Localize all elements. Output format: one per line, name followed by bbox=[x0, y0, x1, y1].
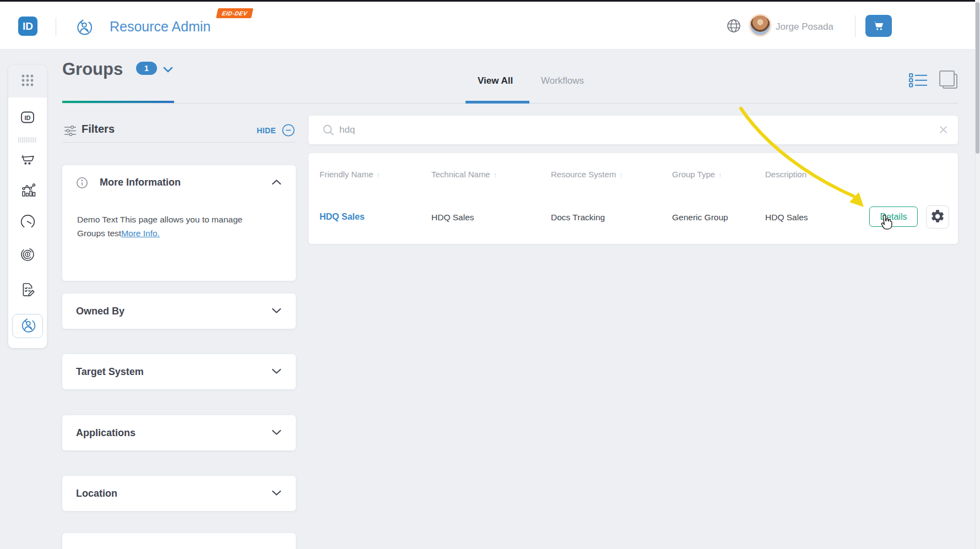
more-information-title: More Information bbox=[100, 177, 181, 188]
app-launcher-button[interactable] bbox=[8, 65, 47, 97]
column-header-technical-name[interactable]: Technical Name↑ bbox=[431, 170, 497, 179]
sidebar-item-requests[interactable] bbox=[8, 281, 47, 301]
sort-arrow-icon: ↑ bbox=[718, 171, 722, 179]
chevron-up-icon bbox=[270, 177, 283, 189]
header-divider bbox=[855, 15, 856, 37]
filter-card-owned-by: Owned By bbox=[62, 293, 296, 329]
id-badge-icon: ID bbox=[19, 108, 36, 128]
sidebar-item-analytics[interactable] bbox=[8, 181, 47, 201]
tab-workflows[interactable]: Workflows bbox=[541, 75, 584, 86]
app-logo-text: ID bbox=[23, 20, 33, 32]
column-header-resource-system[interactable]: Resource System↑ bbox=[551, 170, 623, 179]
chevron-down-icon bbox=[270, 488, 283, 500]
search-input[interactable] bbox=[339, 121, 923, 139]
sort-arrow-icon: ↑ bbox=[494, 171, 497, 179]
filter-card-header[interactable]: Applications bbox=[62, 415, 296, 450]
column-label: Resource System bbox=[551, 170, 616, 179]
id-icon-text: ID bbox=[25, 115, 31, 121]
more-information-card: More Information Demo Text This page all… bbox=[62, 165, 296, 281]
column-label: Description bbox=[765, 170, 806, 179]
list-view-icon bbox=[908, 81, 928, 91]
environment-badge: EID-DEV bbox=[216, 8, 253, 18]
list-view-toggle[interactable] bbox=[908, 72, 928, 91]
sidebar-section-divider bbox=[8, 135, 47, 145]
more-information-text: Demo Text This page allows you to manage… bbox=[77, 213, 262, 240]
page-title: Groups bbox=[62, 59, 123, 79]
count-badge: 1 bbox=[136, 62, 157, 75]
cell-description: HDQ Sales bbox=[765, 213, 808, 222]
grid-icon bbox=[20, 73, 35, 90]
demo-text: Demo Text This page allows you to manage… bbox=[77, 215, 242, 238]
barcode-divider-icon bbox=[18, 135, 37, 145]
filter-card-target-system: Target System bbox=[62, 354, 296, 389]
filter-card-header[interactable]: Target System bbox=[62, 354, 296, 389]
filter-card-title: Owned By bbox=[76, 306, 124, 317]
gauge-icon bbox=[19, 213, 37, 233]
filters-heading: Filters bbox=[82, 123, 115, 135]
group-name-link[interactable]: HDQ Sales bbox=[320, 212, 365, 222]
chevron-down-icon bbox=[270, 306, 283, 318]
sidebar-item-dashboard[interactable] bbox=[8, 213, 47, 233]
details-button[interactable]: Details bbox=[869, 206, 918, 227]
cart-icon bbox=[873, 20, 885, 32]
filters-rule bbox=[62, 142, 296, 143]
header-divider bbox=[56, 18, 56, 36]
column-label: Technical Name bbox=[431, 170, 490, 179]
sidebar-item-identity[interactable]: ID bbox=[8, 108, 47, 128]
cart-button[interactable] bbox=[865, 15, 892, 37]
scrollbar-track[interactable] bbox=[975, 0, 980, 549]
search-icon bbox=[322, 124, 335, 139]
header-bar: ID Resource Admin EID-DEV Jorge Posada bbox=[0, 0, 980, 50]
sort-arrow-icon: ↑ bbox=[619, 171, 623, 179]
sidebar-rail: ID bbox=[8, 65, 47, 348]
filter-card-applications: Applications bbox=[62, 415, 296, 450]
task-edit-icon bbox=[19, 281, 37, 301]
search-bar bbox=[308, 116, 958, 144]
more-information-header[interactable]: More Information bbox=[62, 165, 296, 199]
clear-search-icon[interactable] bbox=[939, 125, 948, 137]
column-header-description[interactable]: Description↑ bbox=[765, 170, 814, 179]
analytics-chart-icon bbox=[19, 181, 37, 201]
minus-circle-icon[interactable] bbox=[281, 123, 295, 139]
column-header-group-type[interactable]: Group Type↑ bbox=[672, 170, 722, 179]
chevron-down-icon bbox=[270, 366, 283, 378]
sidebar-item-shopping[interactable] bbox=[8, 151, 47, 171]
cart-outline-icon bbox=[19, 151, 36, 171]
app-title: Resource Admin bbox=[110, 19, 210, 35]
cell-group-type: Generic Group bbox=[672, 213, 728, 222]
resource-admin-icon bbox=[19, 317, 36, 336]
chevron-down-icon[interactable] bbox=[161, 63, 175, 78]
fingerprint-icon bbox=[19, 246, 36, 265]
filter-card-header[interactable]: Location bbox=[62, 476, 296, 511]
user-name: Jorge Posada bbox=[776, 21, 833, 32]
filter-card-title: Target System bbox=[76, 366, 144, 378]
cards-view-icon bbox=[938, 83, 960, 92]
sort-arrow-icon: ↑ bbox=[377, 171, 381, 179]
filter-card-header[interactable]: Owned By bbox=[62, 293, 296, 329]
sidebar-item-resource-admin-active[interactable] bbox=[12, 314, 43, 338]
filter-card-title: Location bbox=[76, 488, 117, 499]
row-settings-button[interactable] bbox=[926, 205, 949, 229]
active-tab-underline bbox=[465, 101, 529, 104]
user-avatar[interactable] bbox=[750, 15, 770, 35]
column-label: Group Type bbox=[672, 170, 715, 179]
filter-card-location: Location bbox=[62, 476, 296, 511]
sliders-icon bbox=[63, 124, 77, 139]
sort-arrow-icon: ↑ bbox=[810, 171, 814, 179]
column-header-friendly-name[interactable]: Friendly Name↑ bbox=[320, 170, 380, 179]
filter-card-partial bbox=[62, 533, 296, 549]
more-info-link[interactable]: More Info. bbox=[121, 229, 160, 238]
language-globe-icon[interactable] bbox=[726, 18, 741, 36]
scrollbar-thumb[interactable] bbox=[976, 2, 979, 154]
filter-card-title: Applications bbox=[76, 427, 136, 439]
info-circle-icon bbox=[76, 177, 88, 191]
hide-filters-button[interactable]: HIDE bbox=[257, 126, 276, 135]
sidebar-item-authentication[interactable] bbox=[8, 246, 47, 265]
groups-table: Friendly Name↑ Technical Name↑ Resource … bbox=[308, 153, 958, 244]
app-logo[interactable]: ID bbox=[18, 17, 37, 36]
card-view-toggle[interactable] bbox=[938, 69, 960, 93]
resource-admin-icon bbox=[74, 18, 93, 39]
tab-view-all[interactable]: View All bbox=[478, 75, 513, 86]
column-label: Friendly Name bbox=[320, 170, 373, 179]
gear-icon bbox=[930, 209, 945, 226]
